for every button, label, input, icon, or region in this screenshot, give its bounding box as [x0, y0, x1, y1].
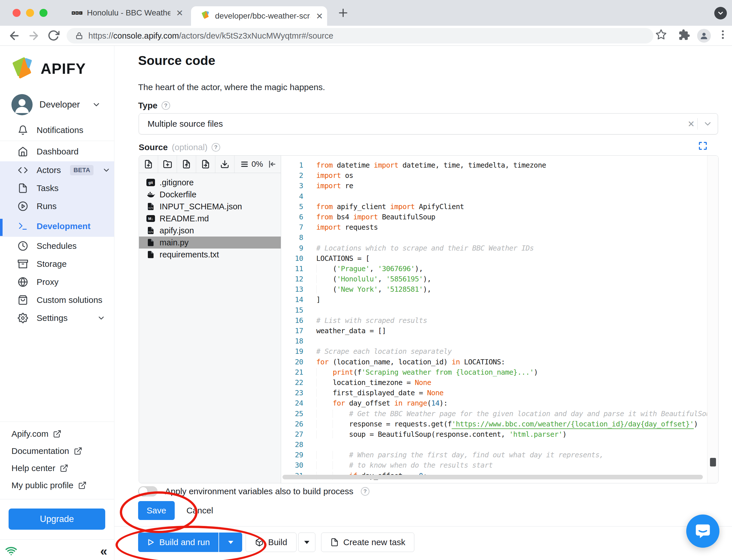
forward-icon[interactable] — [27, 29, 40, 42]
sidebar-item-development[interactable]: Development — [0, 217, 114, 235]
chevron-down-icon — [92, 100, 101, 109]
sidebar-item-actors[interactable]: Actors BETA — [0, 161, 114, 179]
collapse-sidebar-button[interactable]: « — [100, 544, 107, 558]
sidebar-item-tasks[interactable]: Tasks — [0, 179, 114, 197]
json-file-icon: </> — [146, 202, 155, 211]
file-item-apify-json[interactable]: </> apify.json — [139, 225, 281, 237]
sidebar-item-runs[interactable]: Runs — [0, 197, 114, 215]
link-my-public-profile[interactable]: My public profile — [11, 477, 87, 494]
close-window-button[interactable] — [13, 9, 21, 17]
svg-text:</>: </> — [148, 206, 153, 209]
window-controls[interactable] — [13, 9, 47, 17]
code-line: 10LOCATIONS = [ — [281, 253, 707, 264]
source-type-select[interactable]: Multiple source files ✕ — [139, 113, 718, 134]
maximize-window-button[interactable] — [39, 9, 47, 17]
browser-tab-strip: BBC Honolulu - BBC Weather ✕ developer/b… — [0, 0, 732, 26]
upgrade-button[interactable]: Upgrade — [9, 509, 105, 530]
file-item-requirements-txt[interactable]: requirements.txt — [139, 249, 281, 261]
zoom-level-control[interactable]: 0% — [235, 156, 268, 173]
create-new-task-button[interactable]: Create new task — [321, 533, 414, 552]
chat-widget-button[interactable] — [686, 515, 719, 548]
code-line: 22 location_timezone = None — [281, 378, 707, 388]
apify-logo[interactable]: APIFY — [10, 56, 86, 81]
collapse-file-pane-button[interactable] — [268, 156, 281, 173]
code-line: 19# Scrape each location separately — [281, 346, 707, 357]
code-line: 4 — [281, 191, 707, 202]
code-line: 24 for day_offset in range(14): — [281, 398, 707, 408]
code-line: 5from apify_client import ApifyClient — [281, 202, 707, 212]
code-line: 11 ('Prague', '3067696'), — [281, 264, 707, 274]
tab-overview-button[interactable] — [714, 7, 727, 19]
new-file-button[interactable] — [139, 156, 158, 173]
bookmark-star-icon[interactable] — [655, 29, 667, 40]
address-bar[interactable]: https://console.apify.com/actors/dev/k5t… — [67, 28, 653, 43]
new-folder-button[interactable] — [158, 156, 177, 173]
code-line: 8 — [281, 233, 707, 243]
sidebar-item-proxy[interactable]: Proxy — [0, 273, 114, 291]
upload-file-button[interactable] — [177, 156, 196, 173]
file-item-input-schema-json[interactable]: </> INPUT_SCHEMA.json — [139, 200, 281, 213]
file-item-gitignore[interactable]: git .gitignore — [139, 176, 281, 188]
wifi-status-icon — [5, 545, 18, 557]
code-line: 15 — [281, 305, 707, 315]
code-line: 28 — [281, 440, 707, 450]
browser-profile-avatar[interactable] — [697, 29, 711, 43]
source-type-value: Multiple source files — [148, 119, 685, 129]
browser-menu-icon[interactable] — [717, 29, 729, 40]
help-icon[interactable]: ? — [212, 143, 220, 152]
code-line: 9# Locations which to scrape and their B… — [281, 243, 707, 253]
scrollbar-thumb[interactable] — [710, 458, 716, 466]
globe-icon — [18, 277, 28, 287]
code-line: 18 — [281, 336, 707, 346]
sidebar-item-settings[interactable]: Settings — [0, 309, 114, 327]
minimize-window-button[interactable] — [26, 9, 34, 17]
sidebar-item-custom-solutions[interactable]: Custom solutions — [0, 291, 114, 309]
build-dropdown-button[interactable] — [298, 533, 316, 552]
reload-icon[interactable] — [47, 29, 60, 42]
source-field-label-row: Source (optional) ? — [139, 142, 220, 152]
gear-icon — [18, 313, 28, 323]
tab-apify-console[interactable]: developer/bbc-weather-scrape ✕ — [191, 6, 327, 26]
page-subtitle: The heart of the actor, where the magic … — [138, 82, 325, 92]
editor-vertical-scrollbar[interactable] — [707, 156, 718, 483]
type-field-label-row: Type ? — [138, 101, 170, 110]
markdown-file-icon: M↓ — [146, 215, 155, 222]
new-tab-button[interactable] — [337, 7, 350, 19]
code-line: 12 ('Honolulu', '5856195'), — [281, 274, 707, 284]
download-button[interactable] — [215, 156, 235, 173]
file-item-readme-md[interactable]: M↓ README.md — [139, 213, 281, 225]
link-apify-com[interactable]: Apify.com — [11, 426, 62, 442]
home-icon — [18, 146, 28, 157]
beta-badge: BETA — [70, 165, 94, 175]
code-lines: 1from datetime import datetime, time, ti… — [281, 160, 707, 483]
import-file-button[interactable] — [196, 156, 215, 173]
browser-toolbar: https://console.apify.com/actors/dev/k5t… — [0, 26, 732, 46]
sidebar-item-schedules[interactable]: Schedules — [0, 237, 114, 255]
file-item-dockerfile[interactable]: Dockerfile — [139, 188, 281, 200]
file-icon — [330, 538, 339, 547]
lock-icon[interactable] — [75, 32, 83, 40]
link-help-center[interactable]: Help center — [11, 460, 68, 476]
file-item-main-py[interactable]: main.py — [139, 237, 281, 249]
archive-icon — [18, 259, 28, 269]
extensions-icon[interactable] — [678, 29, 690, 41]
chevron-down-icon[interactable] — [698, 119, 718, 129]
avatar — [11, 94, 33, 115]
back-icon[interactable] — [8, 29, 21, 42]
tab-bbc-weather[interactable]: BBC Honolulu - BBC Weather ✕ — [62, 0, 187, 26]
code-editor[interactable]: 1from datetime import datetime, time, ti… — [281, 156, 718, 483]
editor-horizontal-scrollbar[interactable] — [283, 475, 703, 479]
sidebar-item-storage[interactable]: Storage — [0, 255, 114, 273]
clear-select-icon[interactable]: ✕ — [685, 119, 697, 129]
fullscreen-editor-icon[interactable] — [698, 141, 707, 150]
close-tab-icon[interactable]: ✕ — [315, 11, 327, 21]
account-switcher[interactable]: Developer — [11, 94, 108, 116]
sidebar-item-dashboard[interactable]: Dashboard — [0, 143, 114, 160]
sidebar-item-notifications[interactable]: Notifications — [0, 121, 114, 139]
link-documentation[interactable]: Documentation — [11, 443, 82, 459]
help-icon[interactable]: ? — [162, 101, 170, 110]
help-icon[interactable]: ? — [361, 487, 369, 496]
source-label: Source — [139, 142, 168, 152]
code-line: 1from datetime import datetime, time, ti… — [281, 160, 707, 170]
close-tab-icon[interactable]: ✕ — [175, 8, 187, 18]
